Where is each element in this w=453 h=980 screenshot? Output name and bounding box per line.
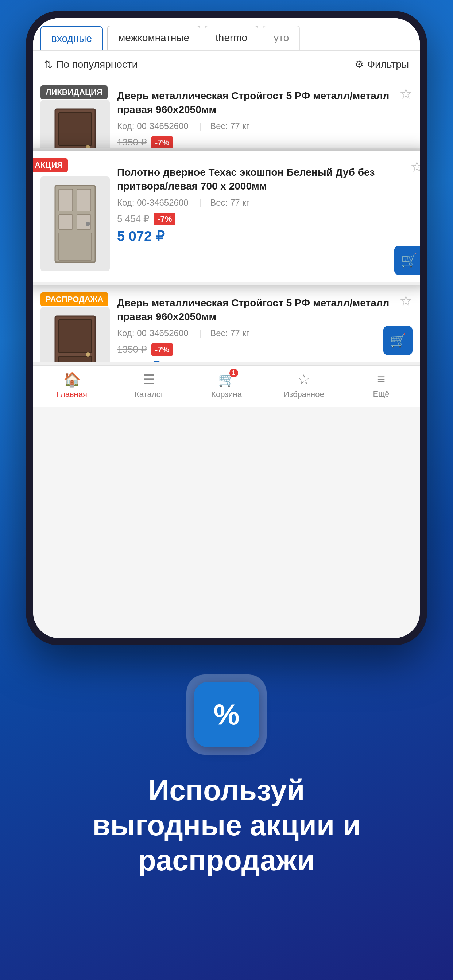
add-to-cart-button-2[interactable]: 🛒 [394,246,420,275]
nav-favorites-label: Избранное [283,390,324,399]
product-meta-2: Код: 00-34652600 | Вес: 77 кг [117,197,413,208]
badge-promo: АКЦИЯ [33,158,68,172]
product-card-3: РАСПРОДАЖА Дверь металлическая Стройгост… [33,285,420,365]
product-info-2: Полотно дверное Техас экошпон Беленый Ду… [117,162,413,271]
catalog-icon: ☰ [143,372,155,388]
product-code-1: Код: 00-34652600 [117,121,188,131]
discount-badge-3: -7% [152,344,173,356]
price-new-2: 5 072 ₽ [117,228,413,244]
svg-rect-6 [77,189,91,211]
tab-uto[interactable]: уто [263,25,300,50]
cart-icon: 🛒 [218,372,235,388]
favorites-icon: ☆ [298,372,310,388]
nav-cart[interactable]: 🛒 Корзина [205,372,248,399]
product-title-2: Полотно дверное Техас экошпон Беленый Ду… [117,165,413,193]
sort-button[interactable]: ⇅ По популярности [44,58,137,70]
tab-thermo[interactable]: thermo [205,25,258,50]
svg-rect-1 [59,113,91,145]
favorite-button-3[interactable]: ☆ [399,293,413,309]
product-image-1 [40,100,110,151]
tab-vhodnye[interactable]: входные [40,26,103,51]
sort-icon: ⇅ [44,58,53,70]
product-title-1: Дверь металлическая Стройгост 5 РФ метал… [117,89,413,117]
svg-rect-7 [59,215,73,229]
product-info-1: Дверь металлическая Стройгост 5 РФ метал… [117,85,413,141]
promo-text: Используй выгодные акции и распродажи [92,773,360,878]
price-row-3: 1350 ₽ -7% [117,344,413,356]
nav-catalog-label: Каталог [135,390,164,399]
product-weight-1: Вес: 77 кг [210,121,249,131]
filter-button[interactable]: ⚙ Фильтры [354,58,409,70]
product-weight-3: Вес: 77 кг [210,328,249,338]
product-code-3: Код: 00-34652600 [117,328,188,338]
nav-more-label: Ещё [373,390,389,399]
discount-badge-2: -7% [154,213,175,225]
svg-point-10 [86,222,90,226]
nav-home-label: Главная [57,390,87,399]
price-row-1: 1350 ₽ -7% [117,136,413,149]
promo-line2: выгодные акции и [92,809,360,842]
promo-line3: распродажи [138,844,315,877]
product-card-1: ЛИКВИДАЦИЯ Дверь металлическая Стройгост… [33,78,420,151]
svg-rect-12 [59,320,91,353]
more-icon: ≡ [377,372,385,387]
add-to-cart-button-3[interactable]: 🛒 [383,326,413,355]
favorite-button-2[interactable]: ☆ [410,158,420,175]
sort-bar: ⇅ По популярности ⚙ Фильтры [33,51,420,78]
nav-cart-label: Корзина [211,390,242,399]
discount-badge-1: -7% [152,136,173,149]
svg-point-14 [86,352,90,356]
promo-line1: Используй [148,774,305,807]
filter-label: Фильтры [367,59,409,70]
promo-title: Используй выгодные акции и распродажи [92,773,360,878]
product-code-2: Код: 00-34652600 [117,197,188,207]
nav-more[interactable]: ≡ Ещё [359,372,403,399]
product-list: ЛИКВИДАЦИЯ Дверь металлическая Стройгост… [33,78,420,365]
price-row-2: 5 454 ₽ -7% [117,213,413,225]
nav-favorites[interactable]: ☆ Избранное [282,372,326,399]
badge-liquidation: ЛИКВИДАЦИЯ [40,85,108,99]
price-old-2: 5 454 ₽ [117,213,150,224]
badge-sale: РАСПРОДАЖА [40,293,108,306]
filter-icon: ⚙ [354,58,364,70]
promo-icon-container: % [187,675,266,755]
percent-icon: % [214,698,239,731]
favorite-button-1[interactable]: ☆ [399,85,413,102]
promo-icon-inner: % [194,682,259,748]
svg-rect-5 [59,189,73,211]
price-old-1: 1350 ₽ [117,137,147,148]
svg-point-3 [86,145,90,150]
product-title-3: Дверь металлическая Стройгост 5 РФ метал… [117,296,413,324]
product-image-3 [40,307,110,365]
product-meta-3: Код: 00-34652600 | Вес: 77 кг [117,328,413,338]
product-card-2: АКЦИЯ [33,151,420,285]
product-image-2 [40,177,110,271]
category-tabs: входные межкомнатные thermo уто [33,18,420,51]
price-new-3: 1354 ₽ [117,359,413,365]
product-weight-2: Вес: 77 кг [210,197,249,207]
nav-home[interactable]: 🏠 Главная [50,372,94,399]
price-old-3: 1350 ₽ [117,344,147,355]
product-info-3: Дверь металлическая Стройгост 5 РФ метал… [117,293,413,355]
product-meta-1: Код: 00-34652600 | Вес: 77 кг [117,121,413,131]
sort-label: По популярности [56,59,137,70]
bottom-navigation: 🏠 Главная ☰ Каталог 🛒 Корзина ☆ Избранно… [33,365,420,407]
svg-rect-13 [59,356,91,365]
tab-mezhkomnatnye[interactable]: межкомнатные [107,25,200,50]
svg-rect-9 [59,233,91,260]
promo-section: % Используй выгодные акции и распродажи [0,645,453,900]
home-icon: 🏠 [64,372,81,388]
nav-catalog[interactable]: ☰ Каталог [127,372,171,399]
